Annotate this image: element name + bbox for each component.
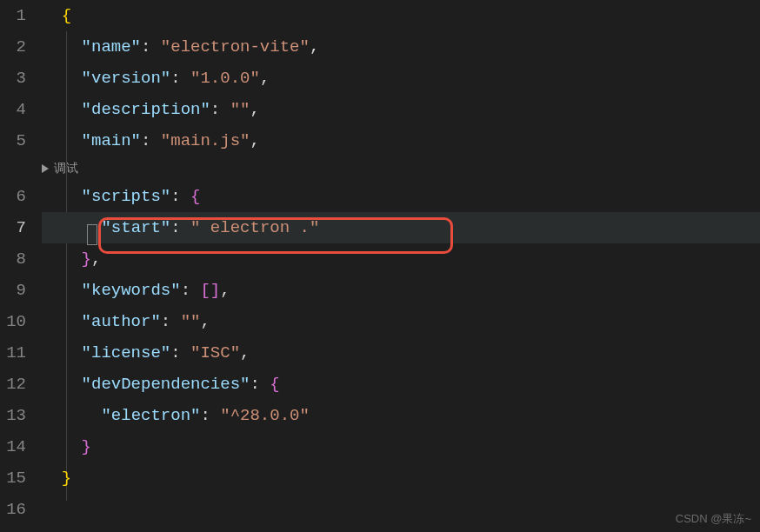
line-number: 15 xyxy=(0,462,26,494)
code-line[interactable]: "main": "main.js", xyxy=(42,125,760,156)
json-key: "start" xyxy=(101,218,170,237)
line-number: 9 xyxy=(0,275,26,306)
line-number: 3 xyxy=(0,63,26,94)
code-line[interactable] xyxy=(42,494,760,525)
code-line[interactable]: } xyxy=(42,462,760,494)
line-number: 14 xyxy=(0,431,26,462)
code-line[interactable]: "description": "", xyxy=(42,94,760,125)
bracket-open: [ xyxy=(200,281,210,300)
debug-codelens[interactable]: 调试 xyxy=(42,156,760,181)
line-number: 7 xyxy=(0,212,26,243)
code-area[interactable]: { "name": "electron-vite", "version": "1… xyxy=(42,0,760,532)
code-line[interactable]: "start": " electron ." xyxy=(42,212,760,243)
json-value: " electron ." xyxy=(190,218,319,237)
json-key: "version" xyxy=(82,69,171,88)
brace-close: } xyxy=(62,469,71,488)
line-number: 1 xyxy=(0,0,26,31)
json-value: "main.js" xyxy=(161,131,250,150)
line-number: 12 xyxy=(0,369,26,400)
code-line[interactable]: "version": "1.0.0", xyxy=(42,63,760,94)
json-key: "author" xyxy=(82,312,161,331)
play-icon xyxy=(42,164,49,173)
json-value: "1.0.0" xyxy=(190,69,260,88)
line-number-gutter: 1 2 3 4 5 6 7 8 9 10 11 12 13 14 15 16 xyxy=(0,0,42,532)
json-key: "electron" xyxy=(101,406,200,425)
line-number: 13 xyxy=(0,400,26,431)
json-key: "main" xyxy=(82,131,141,150)
json-value: "electron-vite" xyxy=(161,37,310,57)
line-number: 16 xyxy=(0,494,26,525)
brace-close: } xyxy=(82,249,91,269)
json-key: "devDependencies" xyxy=(82,375,250,394)
watermark: CSDN @果冻~ xyxy=(676,511,751,527)
line-number: 6 xyxy=(0,181,26,212)
bracket-close: ] xyxy=(210,281,220,300)
line-number: 10 xyxy=(0,306,26,337)
brace-close: } xyxy=(82,437,91,456)
code-line[interactable]: "name": "electron-vite", xyxy=(42,31,760,63)
line-number: 2 xyxy=(0,31,26,63)
code-line[interactable]: "devDependencies": { xyxy=(42,369,760,400)
brace-open: { xyxy=(270,375,279,394)
line-number: 4 xyxy=(0,94,26,125)
json-key: "keywords" xyxy=(82,281,181,300)
json-key: "scripts" xyxy=(82,187,171,206)
json-value: "ISC" xyxy=(190,343,240,362)
json-value: "^28.0.0" xyxy=(220,406,310,425)
code-line[interactable]: { xyxy=(42,0,760,31)
brace-open: { xyxy=(62,6,71,25)
line-number: 11 xyxy=(0,337,26,369)
json-key: "name" xyxy=(82,37,141,57)
code-line[interactable]: }, xyxy=(42,243,760,275)
code-line[interactable]: "author": "", xyxy=(42,306,760,337)
brace-open: { xyxy=(190,187,200,206)
json-value: "" xyxy=(230,100,250,119)
json-key: "description" xyxy=(82,100,210,119)
code-line[interactable]: "electron": "^28.0.0" xyxy=(42,400,760,431)
code-editor[interactable]: 1 2 3 4 5 6 7 8 9 10 11 12 13 14 15 16 {… xyxy=(0,0,760,532)
line-number: 8 xyxy=(0,243,26,275)
code-line[interactable]: "scripts": { xyxy=(42,181,760,212)
code-line[interactable]: "license": "ISC", xyxy=(42,337,760,369)
json-key: "license" xyxy=(82,343,171,362)
line-number: 5 xyxy=(0,125,26,156)
code-line[interactable]: } xyxy=(42,431,760,462)
json-value: "" xyxy=(181,312,201,331)
code-line[interactable]: "keywords": [], xyxy=(42,275,760,306)
